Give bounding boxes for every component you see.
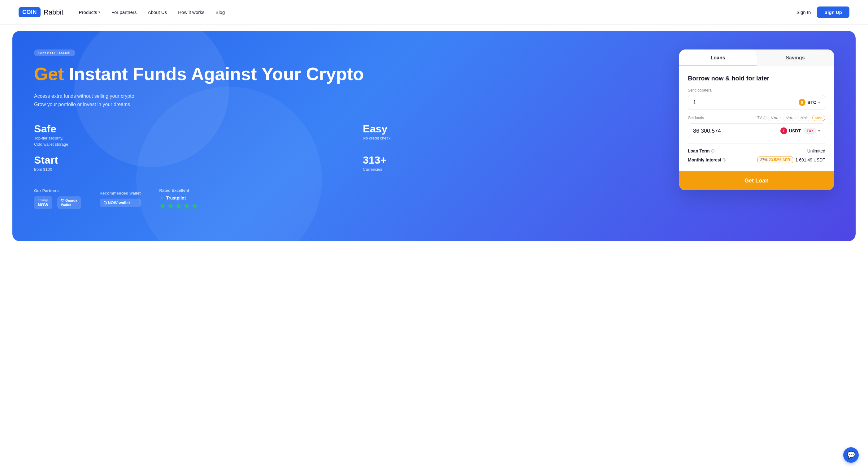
- trustpilot-logo: ★ Trustpilot: [159, 195, 198, 201]
- loan-term-row: Loan Term ⓘ Unlimited: [688, 148, 825, 154]
- usdt-currency-selector[interactable]: T USDT TRX ▾: [780, 128, 820, 134]
- get-loan-button[interactable]: Get Loan: [679, 171, 834, 190]
- now-wallet-logo: ⬡ NOW wallet: [100, 199, 141, 207]
- loan-term-value: Unlimited: [807, 148, 825, 154]
- usdt-icon: T: [780, 128, 787, 134]
- changenow-logo: change NOW: [34, 196, 52, 209]
- hero-title-rest: Instant Funds Against Your Crypto: [64, 64, 364, 84]
- card-title: Borrow now & hold for later: [688, 75, 825, 82]
- navbar: COIN Rabbit Products ▾ For partners Abou…: [0, 0, 868, 25]
- feature-safe: Safe Top-tier security,Cold wallet stora…: [34, 124, 350, 147]
- trustpilot-stars: [159, 203, 198, 210]
- ltv-90[interactable]: 90%: [812, 115, 825, 121]
- interest-old: 27%: [760, 158, 768, 162]
- ltv-row: Get funds LTV ⓘ 50% 65% 80% 90%: [688, 115, 825, 121]
- logo[interactable]: COIN Rabbit: [19, 7, 63, 17]
- nav-blog[interactable]: Blog: [215, 9, 225, 15]
- btc-currency-selector[interactable]: ₿ BTC ▾: [799, 99, 820, 106]
- loan-details: Loan Term ⓘ Unlimited Monthly Interest ⓘ: [688, 143, 825, 171]
- trx-badge: TRX: [804, 128, 816, 134]
- collateral-input-row: ₿ BTC ▾: [688, 95, 825, 110]
- loan-card: Loans Savings Borrow now & hold for late…: [679, 49, 834, 190]
- features-grid: Safe Top-tier security,Cold wallet stora…: [34, 124, 679, 173]
- nav-about[interactable]: About Us: [148, 9, 167, 15]
- nav-right: Sign In Sign Up: [797, 6, 849, 18]
- card-tabs: Loans Savings: [679, 49, 834, 66]
- ltv-50[interactable]: 50%: [768, 115, 781, 121]
- monthly-interest-info-icon: ⓘ: [722, 158, 726, 162]
- sign-in-button[interactable]: Sign In: [797, 9, 811, 15]
- usdt-label: USDT: [789, 128, 801, 133]
- partner-logos: change NOW 🛡 GuardaWallet: [34, 196, 81, 209]
- guarda-logo: 🛡 GuardaWallet: [57, 196, 81, 209]
- star-3: [176, 203, 182, 210]
- feature-start: Start from $100: [34, 155, 350, 173]
- star-2: [167, 203, 174, 210]
- chevron-down-icon: ▾: [98, 10, 100, 14]
- ltv-options: 50% 65% 80% 90%: [768, 115, 825, 121]
- interest-new: 23.52% APR: [769, 158, 790, 162]
- monthly-interest-label: Monthly Interest ⓘ: [688, 158, 726, 162]
- interest-badge: 27% 23.52% APR: [757, 157, 793, 163]
- partners-row: Our Partners change NOW 🛡 GuardaWallet R…: [34, 188, 679, 210]
- loan-term-info-icon: ⓘ: [711, 149, 714, 154]
- collateral-input[interactable]: [693, 99, 799, 106]
- logo-name: Rabbit: [44, 8, 63, 16]
- btc-label: BTC: [807, 100, 816, 105]
- nav-how-it-works[interactable]: How it works: [178, 9, 204, 15]
- collateral-label: Send collateral: [688, 88, 825, 93]
- star-1: [159, 203, 166, 210]
- trustpilot-area: Rated Excellent ★ Trustpilot: [159, 188, 198, 210]
- ltv-65[interactable]: 65%: [782, 115, 796, 121]
- sign-up-button[interactable]: Sign Up: [817, 6, 849, 18]
- funds-input-row: T USDT TRX ▾: [688, 124, 825, 138]
- feature-currencies: 313+ Currencies: [363, 155, 679, 173]
- loan-term-label: Loan Term ⓘ: [688, 148, 714, 154]
- star-5: [192, 203, 198, 210]
- our-partners: Our Partners change NOW 🛡 GuardaWallet: [34, 189, 81, 209]
- recommended-wallet: Recommended wallet ⬡ NOW wallet: [100, 191, 141, 207]
- chevron-down-icon: ▾: [818, 129, 820, 133]
- funds-input[interactable]: [693, 128, 780, 134]
- logo-coin: COIN: [19, 7, 40, 17]
- loan-card-container: Loans Savings Borrow now & hold for late…: [679, 49, 834, 190]
- tab-loans[interactable]: Loans: [679, 49, 756, 66]
- tab-savings[interactable]: Savings: [756, 49, 834, 66]
- hero-title-highlight: Get: [34, 64, 64, 84]
- interest-amount: 1 691.49 USDT: [796, 158, 826, 162]
- nav-partners[interactable]: For partners: [112, 9, 137, 15]
- crypto-badge: CRYPTO LOANS: [34, 49, 75, 56]
- card-body: Borrow now & hold for later Send collate…: [679, 66, 834, 190]
- monthly-interest-row: Monthly Interest ⓘ 27% 23.52% APR 1 691.…: [688, 157, 825, 163]
- hero-title: Get Instant Funds Against Your Crypto: [34, 64, 679, 85]
- ltv-info-icon: ⓘ: [763, 116, 767, 120]
- btc-icon: ₿: [799, 99, 805, 106]
- funds-label: Get funds: [688, 116, 704, 120]
- hero-left: CRYPTO LOANS Get Instant Funds Against Y…: [34, 49, 679, 210]
- nav-links: Products ▾ For partners About Us How it …: [79, 9, 797, 15]
- chevron-down-icon: ▾: [818, 101, 820, 105]
- interest-values: 27% 23.52% APR 1 691.49 USDT: [757, 157, 825, 163]
- ltv-80[interactable]: 80%: [798, 115, 810, 121]
- hero-subtitle: Access extra funds without selling your …: [34, 92, 679, 108]
- nav-products[interactable]: Products ▾: [79, 9, 100, 15]
- feature-easy: Easy No credit check: [363, 124, 679, 147]
- star-4: [184, 203, 190, 210]
- hero-section: CRYPTO LOANS Get Instant Funds Against Y…: [12, 31, 856, 241]
- ltv-label: LTV ⓘ: [755, 116, 766, 120]
